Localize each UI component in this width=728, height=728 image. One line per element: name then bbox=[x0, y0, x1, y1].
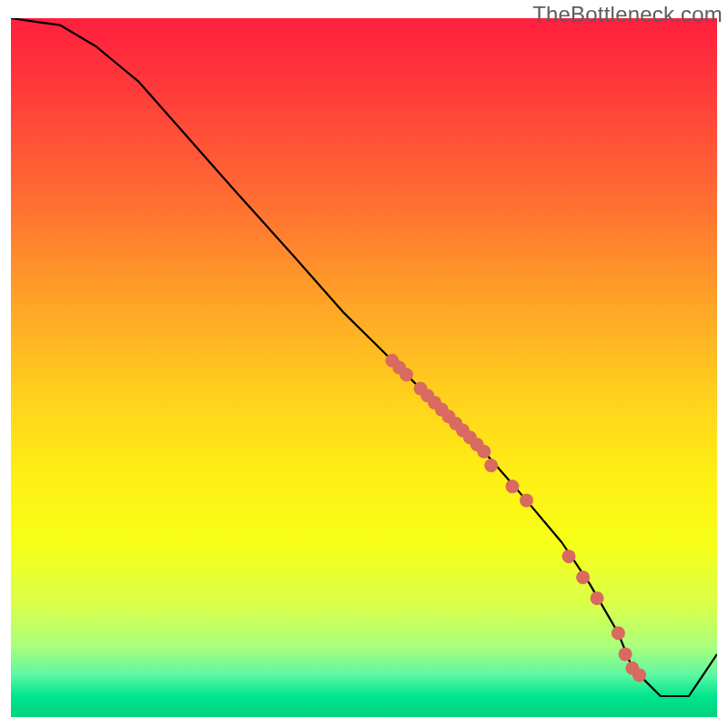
bottleneck-curve bbox=[11, 18, 717, 696]
data-point-marker bbox=[520, 493, 533, 507]
watermark-text: TheBottleneck.com bbox=[532, 2, 723, 27]
chart-svg bbox=[11, 18, 717, 717]
data-point-marker bbox=[399, 368, 413, 381]
data-point-marker bbox=[591, 592, 604, 605]
data-point-marker bbox=[477, 445, 490, 459]
data-markers bbox=[386, 354, 647, 682]
data-point-marker bbox=[619, 647, 632, 661]
chart-plot-area bbox=[11, 18, 717, 717]
data-point-marker bbox=[612, 626, 625, 640]
data-point-marker bbox=[576, 571, 590, 584]
data-point-marker bbox=[484, 459, 498, 472]
data-point-marker bbox=[562, 550, 576, 563]
data-point-marker bbox=[632, 668, 646, 682]
data-point-marker bbox=[506, 480, 520, 493]
